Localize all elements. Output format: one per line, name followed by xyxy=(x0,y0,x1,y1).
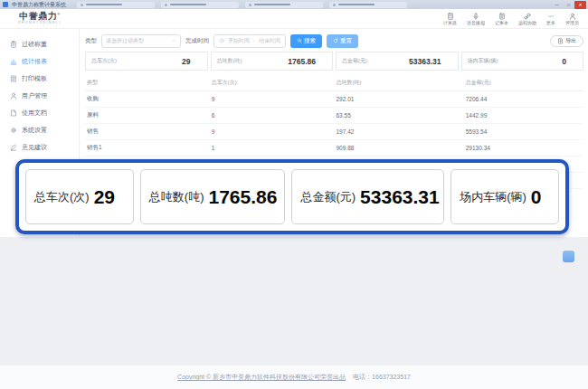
sidebar-item-2[interactable]: 打印模板 xyxy=(0,70,79,87)
sidebar-item-4[interactable]: 使用文档 xyxy=(0,104,79,121)
table-column-header: 总金额(元) xyxy=(464,75,583,91)
overlay-stat-label: 总金额(元) xyxy=(300,189,356,205)
search-icon xyxy=(297,38,302,43)
sidebar-item-1[interactable]: 统计报表 xyxy=(0,52,79,70)
type-select[interactable]: 请选择过磅类型 xyxy=(101,34,181,48)
table-header-row: 类型总车次(次)总吨数(吨)总金额(元) xyxy=(85,75,583,91)
microphone-icon xyxy=(472,13,479,20)
table-cell: 销售1 xyxy=(85,140,210,157)
stat-value: 29 xyxy=(182,57,190,66)
sidebar-item-label: 使用文档 xyxy=(22,109,47,118)
stat-label: 总吨数(吨) xyxy=(217,57,242,65)
search-button[interactable]: 搜索 xyxy=(290,34,322,48)
end-time-placeholder: 结束时间 xyxy=(259,37,280,45)
sidebar-item-5[interactable]: 系统设置 xyxy=(0,121,79,138)
header-action-label: 远程协助 xyxy=(518,21,536,25)
table-cell: 909.88 xyxy=(335,140,464,157)
footer: Copyright © 新乡市中誉鼎力软件科技股份有限公司荣誉出品 电话：166… xyxy=(0,365,588,389)
header-action-计算器[interactable]: 计算器 xyxy=(443,13,457,25)
window-controls: — □ ✕ xyxy=(551,1,586,9)
sidebar-item-label: 过磅称重 xyxy=(22,40,47,49)
window-title: 中誉鼎力称重计量系统 xyxy=(12,2,66,7)
link-icon xyxy=(524,13,531,20)
maximize-button[interactable]: □ xyxy=(563,1,574,9)
table-cell: 9 xyxy=(210,91,335,108)
stat-card-3: 场内车辆(辆)0 xyxy=(461,52,584,71)
header-action-label: 计算器 xyxy=(443,21,457,25)
titlebar-tab[interactable] xyxy=(329,2,407,8)
sidebar-item-3[interactable]: 用户管理 xyxy=(0,87,79,104)
header-action-语音播报[interactable]: 语音播报 xyxy=(467,13,485,25)
app-header: 中誉鼎力® ZHONGYUDINGLI 计算器语音播报记事本远程协助更多管理员 xyxy=(0,9,588,29)
export-button-label: 导出 xyxy=(565,37,576,45)
table-cell: 收购 xyxy=(85,91,210,108)
sidebar-item-label: 用户管理 xyxy=(22,91,47,100)
start-time-placeholder: 开始时间 xyxy=(228,37,250,45)
table-cell: 7206.44 xyxy=(464,91,583,108)
template-icon xyxy=(10,75,17,82)
overlay-stat-card-0: 总车次(次)29 xyxy=(25,169,134,224)
overlay-stat-label: 总吨数(吨) xyxy=(149,189,204,205)
overlay-stat-value: 53363.31 xyxy=(360,186,440,208)
header-action-label: 语音播报 xyxy=(467,21,485,25)
sidebar-item-0[interactable]: 过磅称重 xyxy=(0,35,79,52)
sidebar-item-6[interactable]: 意见建议 xyxy=(0,138,79,156)
chevron-down-icon xyxy=(171,38,176,43)
header-action-远程协助[interactable]: 远程协助 xyxy=(518,13,536,25)
clock-icon xyxy=(219,38,224,43)
logo-subtitle: ZHONGYUDINGLI xyxy=(18,22,61,25)
table-cell: 1 xyxy=(210,140,335,157)
overlay-stat-label: 场内车辆(辆) xyxy=(460,189,526,205)
export-icon xyxy=(557,38,564,44)
stat-value: 0 xyxy=(562,57,566,66)
reset-button[interactable]: 重置 xyxy=(327,34,358,48)
user-icon xyxy=(10,92,17,100)
table-cell: 销售 xyxy=(85,124,210,140)
stats-row: 总车次(次)29总吨数(吨)1765.86总金额(元)53363.31场内车辆(… xyxy=(85,52,583,71)
calculator-icon xyxy=(447,13,454,20)
refresh-icon xyxy=(333,38,338,43)
export-button[interactable]: 导出 xyxy=(550,35,583,47)
titlebar-tab[interactable] xyxy=(161,2,239,8)
close-button[interactable]: ✕ xyxy=(574,1,586,9)
table-column-header: 总吨数(吨) xyxy=(335,75,464,91)
table-row: 收购9292.017206.44 xyxy=(85,91,583,108)
date-range-input[interactable]: 开始时间 - 结束时间 xyxy=(213,34,286,48)
header-action-label: 管理员 xyxy=(565,21,579,25)
logo: 中誉鼎力® ZHONGYUDINGLI xyxy=(0,9,80,28)
titlebar-tab[interactable] xyxy=(77,2,155,8)
registered-mark: ® xyxy=(57,12,60,16)
floating-widget[interactable] xyxy=(563,251,574,262)
table-cell: 197.42 xyxy=(335,124,464,140)
overlay-stat-value: 0 xyxy=(531,186,542,208)
edit-icon xyxy=(10,144,17,151)
header-actions: 计算器语音播报记事本远程协助更多管理员 xyxy=(443,9,588,28)
reset-button-label: 重置 xyxy=(340,37,352,45)
minimize-button[interactable]: — xyxy=(551,1,563,9)
chart-icon xyxy=(10,58,17,65)
header-action-更多[interactable]: 更多 xyxy=(546,13,555,25)
notebook-icon xyxy=(498,13,506,20)
stat-label: 场内车辆(辆) xyxy=(468,57,498,65)
overlay-stat-label: 总车次(次) xyxy=(34,189,90,205)
type-filter-label: 类型 xyxy=(85,37,97,45)
filter-toolbar: 类型 请选择过磅类型 完成时间 开始时间 - 结束时间 搜索 xyxy=(85,33,583,49)
header-action-记事本[interactable]: 记事本 xyxy=(495,13,508,25)
header-action-管理员[interactable]: 管理员 xyxy=(565,13,579,25)
range-separator: - xyxy=(253,38,255,43)
scale-icon xyxy=(10,41,17,48)
table-row: 销售11909.8829130.34 xyxy=(85,140,583,157)
overlay-stat-value: 29 xyxy=(94,186,115,208)
table-cell: 原料 xyxy=(85,108,210,124)
stat-card-1: 总吨数(吨)1765.86 xyxy=(211,52,334,71)
type-select-placeholder: 请选择过磅类型 xyxy=(106,37,144,45)
table-cell: 6 xyxy=(210,108,335,124)
stat-card-0: 总车次(次)29 xyxy=(85,52,208,71)
sidebar-item-label: 打印模板 xyxy=(22,74,47,83)
footer-copyright-link[interactable]: Copyright © 新乡市中誉鼎力软件科技股份有限公司荣誉出品 xyxy=(177,373,346,382)
document-icon xyxy=(10,109,17,117)
titlebar-tab[interactable] xyxy=(245,2,323,8)
table-row: 原料663.551442.99 xyxy=(85,108,583,124)
sidebar-item-label: 系统设置 xyxy=(22,126,47,135)
table-cell: 292.01 xyxy=(335,91,464,108)
